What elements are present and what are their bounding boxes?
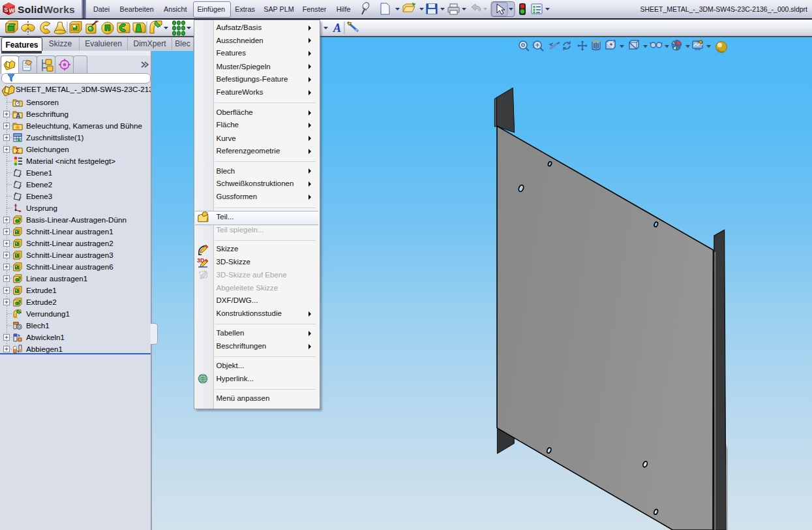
svg-text:W: W <box>8 7 14 14</box>
svg-text:A: A <box>333 22 341 35</box>
svg-text:S: S <box>4 7 8 14</box>
